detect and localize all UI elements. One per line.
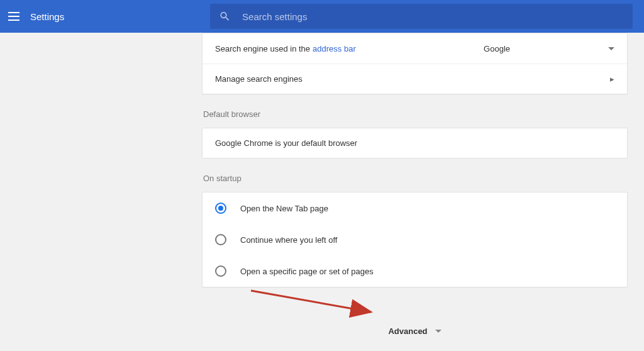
settings-content: Search engine used in the address bar Go… — [202, 33, 628, 336]
radio-unselected-icon[interactable] — [215, 265, 226, 277]
chevron-down-icon — [608, 47, 614, 50]
manage-search-engines-label: Manage search engines — [215, 74, 303, 84]
default-browser-card: Google Chrome is your default browser — [202, 128, 628, 159]
menu-icon[interactable] — [6, 9, 21, 24]
search-input[interactable] — [242, 11, 624, 22]
search-engine-row[interactable]: Search engine used in the address bar Go… — [203, 33, 627, 64]
search-engine-card: Search engine used in the address bar Go… — [202, 33, 628, 94]
search-icon — [219, 10, 231, 23]
default-browser-heading: Default browser — [203, 109, 628, 119]
radio-selected-icon[interactable] — [215, 203, 226, 214]
chevron-right-icon: ▸ — [610, 74, 614, 84]
search-container[interactable] — [210, 4, 633, 29]
search-engine-label: Search engine used in the address bar — [215, 44, 356, 53]
on-startup-heading: On startup — [203, 174, 628, 183]
chevron-down-icon — [435, 330, 441, 333]
search-engine-value: Google — [484, 44, 592, 53]
address-bar-link[interactable]: address bar — [313, 44, 356, 53]
startup-option-new-tab[interactable]: Open the New Tab page — [203, 192, 627, 224]
advanced-toggle[interactable]: Advanced — [202, 326, 628, 336]
search-engine-prefix: Search engine used in the — [215, 44, 310, 53]
startup-option-specific[interactable]: Open a specific page or set of pages — [203, 255, 627, 287]
search-engine-select[interactable]: Google — [484, 44, 614, 53]
manage-search-engines-row[interactable]: Manage search engines ▸ — [203, 64, 627, 94]
radio-unselected-icon[interactable] — [215, 234, 226, 245]
default-browser-message: Google Chrome is your default browser — [215, 138, 357, 148]
advanced-label: Advanced — [388, 326, 427, 336]
startup-option-label: Open the New Tab page — [240, 204, 328, 213]
on-startup-card: Open the New Tab page Continue where you… — [202, 192, 628, 287]
startup-option-label: Open a specific page or set of pages — [240, 267, 374, 276]
startup-option-continue[interactable]: Continue where you left off — [203, 224, 627, 255]
app-header: Settings — [0, 0, 644, 33]
page-title: Settings — [30, 11, 64, 22]
startup-option-label: Continue where you left off — [240, 235, 337, 245]
